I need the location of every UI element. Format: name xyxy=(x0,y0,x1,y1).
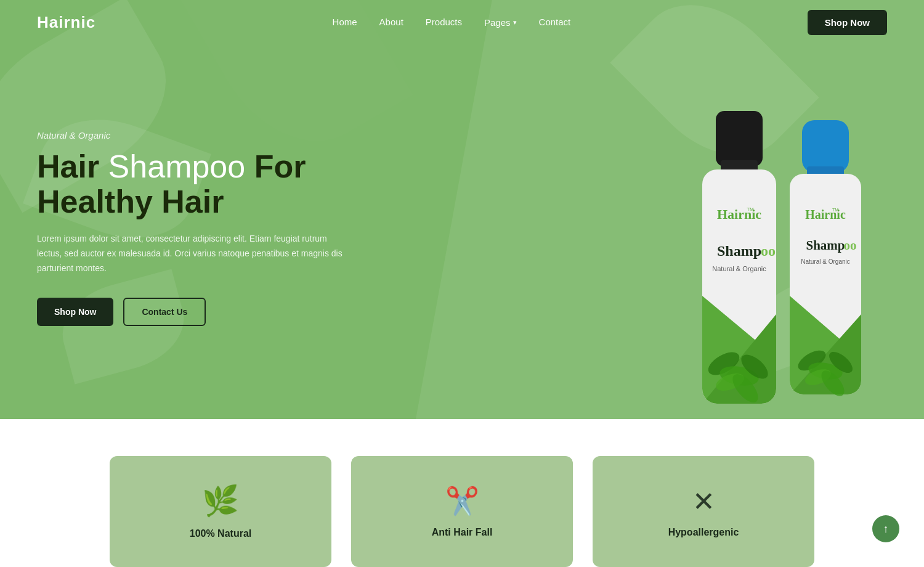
svg-text:oo: oo xyxy=(761,243,776,259)
x-icon: ✕ xyxy=(692,486,715,517)
hero-title: Hair Shampoo For Healthy Hair xyxy=(37,149,382,219)
chevron-down-icon: ▾ xyxy=(513,18,517,27)
feature-natural-label: 100% Natural xyxy=(190,528,252,539)
hero-contact-us-button[interactable]: Contact Us xyxy=(123,298,206,326)
nav-link-products[interactable]: Products xyxy=(426,17,462,27)
hero-description: Lorem ipsum dolor sit amet, consectetur … xyxy=(37,232,345,275)
nav-item-products[interactable]: Products xyxy=(426,17,462,28)
feature-anti-hair-fall-label: Anti Hair Fall xyxy=(432,527,493,538)
leaf-icon: 🌿 xyxy=(202,484,239,518)
svg-rect-16 xyxy=(802,120,849,173)
hero-content: Natural & Organic Hair Shampoo For Healt… xyxy=(0,56,419,364)
svg-text:TM: TM xyxy=(747,206,754,212)
nav-item-home[interactable]: Home xyxy=(333,17,357,28)
navbar: Hairnic Home About Products Pages ▾ Cont… xyxy=(0,0,924,44)
hero-shop-now-button[interactable]: Shop Now xyxy=(37,298,113,326)
hero-title-part1: Hair xyxy=(37,149,99,184)
nav-links: Home About Products Pages ▾ Contact xyxy=(333,17,571,28)
bottle-1: Hairnic TM Shamp oo Natural & Organic xyxy=(684,99,795,419)
product-bottles: Hairnic TM Shamp oo Natural & Organic xyxy=(684,99,875,419)
svg-text:TM: TM xyxy=(832,208,838,212)
svg-rect-0 xyxy=(716,111,763,166)
scissors-icon: ✂️ xyxy=(445,485,479,517)
svg-text:Shamp: Shamp xyxy=(717,243,761,259)
svg-text:Natural & Organic: Natural & Organic xyxy=(712,265,766,272)
nav-item-pages[interactable]: Pages ▾ xyxy=(484,17,517,28)
nav-link-contact[interactable]: Contact xyxy=(539,17,571,27)
svg-text:Natural & Organic: Natural & Organic xyxy=(801,258,849,265)
nav-shop-now-button[interactable]: Shop Now xyxy=(808,10,887,35)
feature-card-anti-hair-fall: ✂️ Anti Hair Fall xyxy=(351,456,573,567)
hero-buttons: Shop Now Contact Us xyxy=(37,298,382,326)
scroll-to-top-button[interactable]: ↑ xyxy=(872,515,899,542)
arrow-up-icon: ↑ xyxy=(883,523,889,536)
hero-title-part2: Shampoo xyxy=(108,149,254,184)
feature-card-hypoallergenic: ✕ Hypoallergenic xyxy=(593,456,814,567)
nav-link-about[interactable]: About xyxy=(379,17,403,27)
nav-item-contact[interactable]: Contact xyxy=(539,17,571,28)
nav-link-home[interactable]: Home xyxy=(333,17,357,27)
feature-card-natural: 🌿 100% Natural xyxy=(110,456,331,567)
brand-logo[interactable]: Hairnic xyxy=(37,13,95,32)
svg-text:Shamp: Shamp xyxy=(806,238,845,253)
svg-text:Hairnic: Hairnic xyxy=(717,206,761,222)
nav-link-pages[interactable]: Pages xyxy=(484,17,511,28)
features-section: 🌿 100% Natural ✂️ Anti Hair Fall ✕ Hypoa… xyxy=(0,419,924,567)
nav-item-about[interactable]: About xyxy=(379,17,403,28)
svg-text:oo: oo xyxy=(844,238,857,253)
svg-text:Hairnic: Hairnic xyxy=(805,208,846,221)
feature-hypoallergenic-label: Hypoallergenic xyxy=(668,527,739,538)
hero-section: Natural & Organic Hair Shampoo For Healt… xyxy=(0,0,924,419)
hero-subtitle: Natural & Organic xyxy=(37,130,382,141)
